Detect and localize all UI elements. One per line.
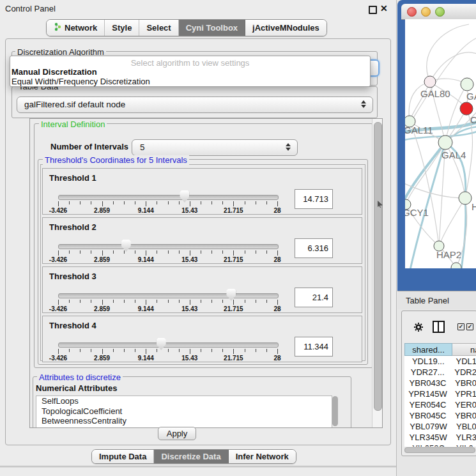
table-row[interactable]: YER054CYER0 [404,399,476,410]
cell-shared-name: YIL052C [404,443,452,447]
close-icon[interactable]: ✕ [380,3,388,13]
checkbox-icon-1[interactable]: ✓ [457,323,464,330]
tick-mark [113,300,114,303]
column-header-name[interactable]: name [452,343,476,356]
attribute-item-selfloops[interactable]: SelfLoops [36,396,332,406]
tick-mark [146,349,146,354]
table-row[interactable]: YBR045CYBR0 [404,410,476,421]
tick-mark [69,349,70,352]
threshold-4-value-field[interactable]: 11.344 [295,337,333,357]
vertical-scrollbar[interactable] [372,119,383,427]
dropdown-prompt: Select algorithm to view settings [10,58,370,68]
vertical-scrollbar-thumb[interactable] [374,122,382,411]
threshold-4-slider-track[interactable] [58,342,279,348]
tab-select[interactable]: Select [139,20,178,36]
tick-mark [233,250,234,256]
table-row[interactable]: YPR145WYPR1 [404,388,476,399]
tab-impute-data[interactable]: Impute Data [92,450,154,463]
checkbox-icon-2[interactable]: ✓ [466,323,473,330]
minimize-window-button[interactable] [421,7,431,17]
tab-discretize-data[interactable]: Discretize Data [154,450,228,463]
tick-mark [113,201,114,204]
table-row[interactable]: YIL052CYIL0 [404,443,476,447]
threshold-3-slider-track[interactable] [58,293,279,298]
tick-label: 15.43 [181,355,197,362]
attribute-item-topologicalcoefficient[interactable]: TopologicalCoefficient [36,406,332,417]
threshold-1-slider-track[interactable] [58,195,279,200]
table-row[interactable]: YDR27...YDR2 [404,367,476,378]
tick-mark [266,300,267,303]
table-row[interactable]: YLR345WYLR3 [404,432,476,443]
tick-mark [157,201,157,204]
close-window-button[interactable] [407,7,417,17]
panel-title: Control Panel [5,4,56,13]
table-row[interactable]: YDL19...YDL1 [404,356,476,367]
tick-mark [245,250,245,254]
cell-shared-name: YBR043C [404,378,451,388]
threshold-1-value-field[interactable]: 14.713 [295,189,333,209]
tick-mark [256,201,256,204]
node-label-gal11: GAL11 [405,125,433,135]
node-gal80[interactable] [424,76,436,88]
gear-icon[interactable] [413,322,424,332]
tick-mark [102,349,103,354]
threshold-1-panel: Threshold 1-3.4262.8599.14415.4321.71528… [42,168,362,215]
tab-cyni-toolbox[interactable]: Cyni Toolbox [179,20,245,36]
number-of-intervals-spinner[interactable]: 5 [132,139,298,156]
network-window-titlebar[interactable] [401,4,476,20]
threshold-3-slider-thumb[interactable] [226,289,236,301]
threshold-2-slider-thumb[interactable] [121,240,131,252]
cell-name: YBR0 [451,410,476,421]
horizontal-scrollbar-thumb[interactable] [404,447,475,453]
network-canvas[interactable]: GAL80GACGAL11GAL4GCY1HHAP2 [405,19,476,268]
threshold-2-slider-track[interactable] [58,244,279,249]
table-row[interactable]: YBL079WYBL0 [404,421,476,432]
node-gal4[interactable] [438,135,452,150]
threshold-2-label: Threshold 2 [49,222,96,232]
top-tab-bar: NetworkStyleSelectCyni ToolboxjActiveMNo… [46,19,327,36]
table-row[interactable]: YBR043CYBR0 [404,378,476,388]
tick-mark [168,201,169,204]
threshold-4-slider-thumb[interactable] [157,338,166,350]
tick-label: 2.859 [94,207,110,214]
threshold-1-slider-thumb[interactable] [180,190,189,203]
tab-network[interactable]: Network [47,20,105,36]
tab-style[interactable]: Style [105,20,139,36]
column-header-shared-name[interactable]: shared... [404,343,452,356]
attributes-scrollbar-thumb[interactable] [332,396,338,426]
tab-infer-network[interactable]: Infer Network [229,450,296,463]
threshold-3-value-field[interactable]: 21.4 [295,288,333,307]
tab-label: Network [65,23,97,33]
tab-label: Discretize Data [161,452,220,461]
node-c[interactable] [460,102,473,115]
float-window-icon[interactable] [369,6,377,14]
tick-mark [222,250,223,254]
columns-icon[interactable] [433,321,445,333]
table-panel-titlebar: Table Panel [397,291,476,309]
node[interactable] [451,263,461,268]
zoom-window-button[interactable] [435,7,445,17]
network-window: GAL80GACGAL11GAL4GCY1HHAP2 [397,0,476,291]
tick-label: 21.715 [224,256,243,263]
apply-button[interactable]: Apply [158,427,196,440]
dropdown-option-equal-width-frequency-discretization[interactable]: Equal Width/Frequency Discretization [12,77,371,87]
node-ga[interactable] [461,78,473,91]
tick-label: 2.859 [94,305,110,312]
table-data-combobox[interactable]: galFiltered.sif default node [17,96,373,113]
table-data-value: galFiltered.sif default node [24,100,125,109]
horizontal-scrollbar[interactable] [404,447,475,453]
tab-jactivemnodules[interactable]: jActiveMNodules [245,20,326,36]
dropdown-option-manual-discretization[interactable]: Manual Discretization [12,68,371,77]
threshold-2-value-field[interactable]: 6.316 [295,238,333,258]
tick-mark [277,250,278,256]
tick-mark [266,349,267,352]
tick-label: -3.426 [49,207,67,214]
attribute-item-betweennesscentrality[interactable]: BetweennessCentrality [36,416,332,426]
cell-name: YDL1 [452,356,476,367]
tab-label: Select [146,23,171,33]
tick-mark [266,201,267,204]
tick-mark [124,250,125,254]
spinner-arrows-icon [286,143,291,151]
node-h[interactable] [459,192,472,204]
tab-label: Infer Network [236,452,289,461]
